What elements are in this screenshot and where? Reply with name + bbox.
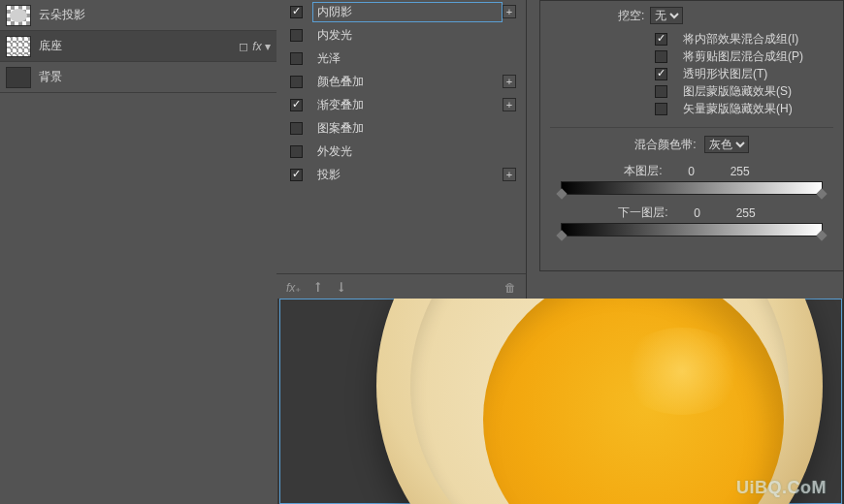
knockout-label: 挖空:	[618, 8, 644, 24]
slider-knob-low[interactable]	[556, 188, 567, 199]
fx-label[interactable]: 光泽	[312, 48, 516, 69]
layer-thumbnail	[6, 67, 31, 88]
fx-menu-icon[interactable]: fx₊	[286, 281, 301, 295]
fx-label[interactable]: 内发光	[312, 25, 516, 46]
option-blend-interior[interactable]: 将内部效果混合成组(I)	[655, 30, 833, 47]
move-up-icon[interactable]: 🠕	[312, 281, 324, 295]
option-label: 矢量蒙版隐藏效果(H)	[683, 101, 793, 117]
this-layer-high: 255	[721, 165, 760, 178]
trash-icon[interactable]: 🗑	[504, 281, 516, 295]
checkbox[interactable]	[655, 50, 667, 63]
document-canvas[interactable]: UiBQ.CoM	[277, 299, 844, 504]
fx-label[interactable]: 投影	[312, 165, 503, 185]
layer-row[interactable]: 底座 ◻ fx ▾	[0, 31, 276, 62]
link-icon: ◻	[239, 40, 248, 53]
fx-item-inner-glow[interactable]: 内发光	[276, 23, 526, 47]
effects-footer: fx₊ 🠕 🠗 🗑	[276, 273, 526, 300]
layer-thumbnail	[6, 5, 31, 26]
layer-name[interactable]: 底座	[39, 38, 239, 54]
layers-panel: 云朵投影 底座 ◻ fx ▾ 背景	[0, 0, 276, 504]
option-vector-mask-hides[interactable]: 矢量蒙版隐藏效果(H)	[655, 100, 833, 117]
option-layer-mask-hides[interactable]: 图层蒙版隐藏效果(S)	[655, 82, 833, 100]
underlying-label: 下一图层:	[618, 205, 667, 221]
watermark-text: UiBQ.CoM	[736, 478, 827, 498]
checkbox[interactable]	[655, 103, 667, 115]
knockout-row: 挖空: 无	[618, 7, 833, 24]
blend-if-select[interactable]: 灰色	[704, 136, 749, 153]
fx-item-satin[interactable]: 光泽	[276, 47, 526, 70]
fx-label[interactable]: 图案叠加	[312, 118, 516, 139]
option-label: 透明形状图层(T)	[683, 66, 767, 82]
underlying-low: 0	[678, 206, 717, 220]
checkbox[interactable]	[290, 99, 303, 111]
slider-knob-high[interactable]	[816, 188, 827, 199]
slider-knob-low[interactable]	[556, 230, 567, 240]
layer-indicator-icons: ◻ fx ▾	[239, 40, 271, 53]
fx-item-outer-glow[interactable]: 外发光	[276, 140, 526, 163]
checkbox[interactable]	[290, 145, 303, 158]
blend-if-header: 混合颜色带: 灰色	[550, 127, 833, 153]
artwork-plate-inner	[483, 299, 784, 504]
artwork-highlight	[619, 328, 745, 415]
fx-icon: fx ▾	[252, 40, 271, 53]
blend-if-this-layer: 本图层: 0 255	[550, 163, 833, 195]
checkbox[interactable]	[290, 6, 303, 18]
layer-row[interactable]: 云朵投影	[0, 0, 276, 31]
underlying-high: 255	[727, 206, 765, 220]
artwork-plate-outer	[376, 299, 823, 504]
fx-item-gradient-overlay[interactable]: 渐变叠加 +	[276, 93, 526, 116]
fx-label[interactable]: 渐变叠加	[312, 95, 503, 115]
checkbox[interactable]	[290, 169, 303, 181]
add-effect-button[interactable]: +	[503, 5, 516, 18]
fx-label[interactable]: 内阴影	[312, 2, 503, 22]
option-label: 图层蒙版隐藏效果(S)	[683, 83, 792, 100]
checkbox[interactable]	[290, 122, 303, 135]
layer-name[interactable]: 云朵投影	[39, 7, 276, 23]
add-effect-button[interactable]: +	[503, 168, 516, 181]
underlying-slider[interactable]	[561, 223, 823, 236]
add-effect-button[interactable]: +	[503, 98, 516, 111]
checkbox[interactable]	[290, 29, 303, 42]
layer-name[interactable]: 背景	[39, 69, 276, 85]
layer-thumbnail	[6, 36, 31, 57]
blending-options-panel: 挖空: 无 将内部效果混合成组(I) 将剪贴图层混合成组(P) 透明形状图层(T…	[539, 0, 844, 271]
option-transparency-shapes[interactable]: 透明形状图层(T)	[655, 65, 833, 82]
blend-if-underlying: 下一图层: 0 255	[550, 205, 833, 236]
checkbox[interactable]	[655, 68, 667, 80]
fx-label[interactable]: 外发光	[312, 142, 516, 162]
checkbox[interactable]	[655, 33, 667, 46]
checkbox[interactable]	[290, 52, 303, 65]
artwork-plate-rim	[410, 299, 789, 504]
this-layer-low: 0	[672, 165, 711, 178]
blend-if-label: 混合颜色带:	[634, 137, 696, 153]
fx-item-inner-shadow[interactable]: 内阴影 +	[276, 0, 526, 23]
fx-label[interactable]: 颜色叠加	[312, 72, 503, 92]
layer-row[interactable]: 背景	[0, 62, 276, 93]
layer-style-effects-list: 内阴影 + 内发光 光泽 颜色叠加 + 渐变叠加 + 图案叠加 外发光 投影 +…	[276, 0, 527, 300]
this-layer-slider[interactable]	[561, 181, 823, 195]
advanced-options: 将内部效果混合成组(I) 将剪贴图层混合成组(P) 透明形状图层(T) 图层蒙版…	[655, 30, 833, 117]
add-effect-button[interactable]: +	[503, 75, 516, 88]
knockout-select[interactable]: 无	[650, 7, 683, 24]
checkbox[interactable]	[655, 85, 667, 98]
option-blend-clipped[interactable]: 将剪贴图层混合成组(P)	[655, 47, 833, 65]
option-label: 将内部效果混合成组(I)	[683, 31, 798, 47]
option-label: 将剪贴图层混合成组(P)	[683, 48, 803, 65]
fx-item-drop-shadow[interactable]: 投影 +	[276, 163, 526, 186]
move-down-icon[interactable]: 🠗	[336, 281, 347, 295]
fx-item-color-overlay[interactable]: 颜色叠加 +	[276, 70, 526, 93]
fx-item-pattern-overlay[interactable]: 图案叠加	[276, 116, 526, 140]
checkbox[interactable]	[290, 76, 303, 88]
this-layer-label: 本图层:	[624, 163, 662, 179]
slider-knob-high[interactable]	[816, 230, 827, 240]
